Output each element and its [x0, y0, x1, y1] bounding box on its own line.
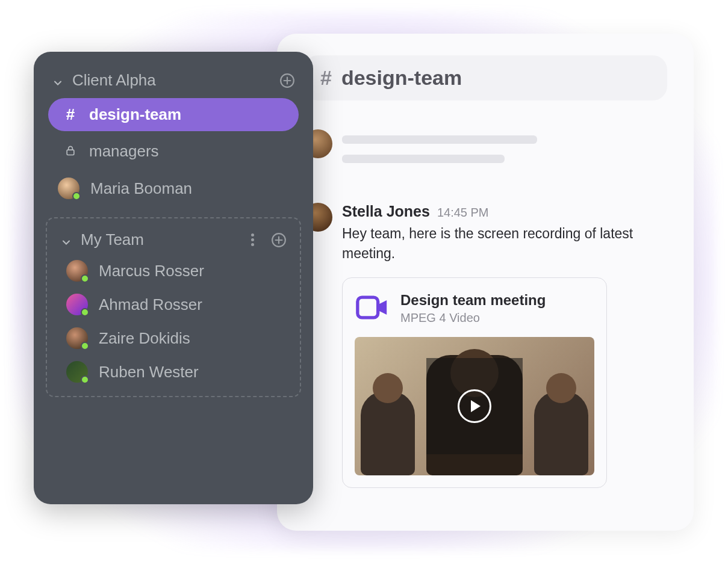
- video-thumbnail[interactable]: [355, 337, 594, 475]
- person-silhouette: [361, 391, 415, 475]
- channel-name: design-team: [341, 66, 462, 90]
- svg-rect-2: [67, 150, 74, 155]
- dm-name: Maria Booman: [90, 179, 192, 198]
- channel-item-design-team[interactable]: # design-team: [48, 98, 299, 131]
- sidebar: Client Alpha # design-team managers Mari…: [34, 52, 313, 504]
- avatar: [66, 260, 88, 282]
- section-header-my-team[interactable]: My Team: [54, 226, 293, 254]
- hash-icon: #: [320, 66, 332, 90]
- person-silhouette: [534, 391, 588, 475]
- channel-label: managers: [89, 142, 159, 161]
- message-text: Hey team, here is the screen recording o…: [342, 224, 667, 264]
- channel-label: design-team: [89, 105, 181, 124]
- presence-indicator: [81, 375, 89, 384]
- attachment-subtitle: MPEG 4 Video: [400, 311, 546, 325]
- dm-item-ahmad[interactable]: Ahmad Rosser: [54, 288, 293, 321]
- presence-indicator: [81, 342, 89, 350]
- dm-item-ruben[interactable]: Ruben Wester: [54, 355, 293, 389]
- chevron-down-icon: [60, 234, 72, 246]
- attachment-title: Design team meeting: [400, 292, 546, 309]
- add-button[interactable]: [271, 232, 287, 248]
- dm-name: Ruben Wester: [99, 363, 199, 381]
- section-title: My Team: [81, 230, 144, 249]
- video-icon: [355, 290, 390, 327]
- dm-item-maria[interactable]: Maria Booman: [46, 171, 301, 205]
- channel-item-managers[interactable]: managers: [48, 135, 299, 168]
- message-author: Stella Jones: [342, 203, 430, 220]
- dm-name: Marcus Rosser: [99, 262, 204, 280]
- chevron-down-icon: [52, 75, 64, 87]
- avatar: [58, 178, 79, 199]
- presence-indicator: [72, 192, 81, 200]
- hash-icon: #: [63, 105, 78, 124]
- presence-indicator: [81, 308, 89, 317]
- channel-header: # design-team: [303, 55, 667, 100]
- section-header-client-alpha[interactable]: Client Alpha: [46, 66, 301, 94]
- play-icon: [458, 389, 491, 423]
- lock-icon: [63, 142, 78, 161]
- dm-name: Zaire Dokidis: [99, 329, 190, 348]
- play-overlay[interactable]: [426, 358, 523, 454]
- avatar: [66, 327, 88, 349]
- avatar: [66, 294, 88, 315]
- placeholder-line: [342, 135, 537, 144]
- message-row: Stella Jones 14:45 PM Hey team, here is …: [303, 203, 667, 488]
- placeholder-line: [342, 155, 505, 163]
- message-placeholder: [303, 129, 667, 174]
- svg-rect-0: [358, 297, 378, 318]
- attachment-card[interactable]: Design team meeting MPEG 4 Video: [342, 277, 607, 488]
- message-time: 14:45 PM: [437, 206, 489, 220]
- dm-name: Ahmad Rosser: [99, 295, 202, 314]
- my-team-section: My Team Marcus Rosser Ahmad Rosser Zaire…: [46, 217, 301, 397]
- presence-indicator: [81, 274, 89, 283]
- add-button[interactable]: [279, 73, 295, 88]
- more-menu-button[interactable]: [251, 233, 254, 246]
- section-title: Client Alpha: [72, 71, 271, 90]
- dm-item-zaire[interactable]: Zaire Dokidis: [54, 321, 293, 355]
- dm-item-marcus[interactable]: Marcus Rosser: [54, 254, 293, 288]
- chat-panel: # design-team Stella Jones 14:45 PM Hey …: [277, 34, 694, 531]
- avatar: [66, 361, 88, 383]
